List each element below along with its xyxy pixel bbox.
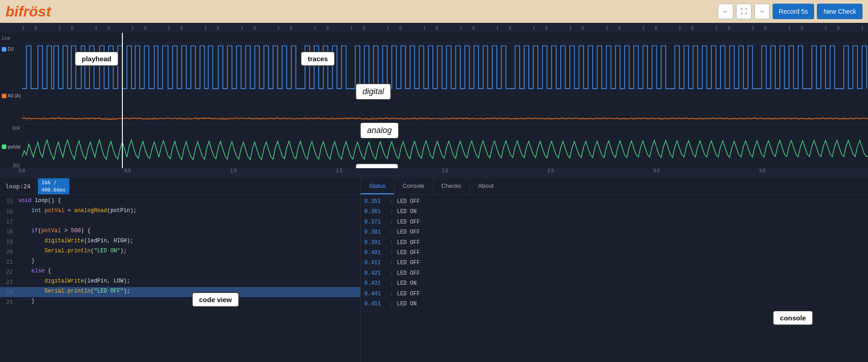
- console-time: 0.371: [364, 218, 386, 227]
- line-label-text: Line: [2, 36, 11, 41]
- logo: bifröst: [5, 3, 51, 20]
- back-button[interactable]: ←: [718, 4, 733, 19]
- console-msg: LED ON: [397, 299, 416, 309]
- line-number: 18: [0, 227, 16, 237]
- header-controls: ← ⛶ → Record 5s New Check: [718, 4, 863, 19]
- line-content: [16, 217, 360, 227]
- ruler: 16 16 16 16 16 16 16 16 16 16 16 16 16 1…: [0, 23, 868, 33]
- time-3.0: 3.0: [653, 168, 660, 173]
- line-channel-label: Line: [0, 33, 22, 43]
- console-sep: :: [390, 207, 393, 216]
- console-msg: LED OFF: [397, 269, 420, 278]
- tabs-bar: Status Console Checks About: [361, 178, 868, 195]
- right-panel: Status Console Checks About 0.351:LED OF…: [361, 178, 868, 362]
- line-number: 25: [0, 297, 16, 307]
- fullscreen-button[interactable]: ⛶: [736, 4, 752, 19]
- header: bifröst ← ⛶ → Record 5s New Check: [0, 0, 868, 23]
- potval-swatch: [2, 144, 6, 149]
- channel-labels: Line D3 A0 (A) 604 potVal 355: [0, 33, 22, 168]
- console-line: 0.391:LED OFF: [361, 238, 868, 248]
- code-badge: 166 / 400.66ms: [38, 178, 69, 194]
- forward-button[interactable]: →: [754, 4, 770, 19]
- line-content: if(potVal > 500) {: [16, 227, 360, 237]
- code-badge-line2: 400.66ms: [42, 186, 66, 193]
- code-line: 19 digitalWrite(ledPin, HIGH);: [0, 237, 360, 247]
- code-line: 25 }: [0, 297, 360, 307]
- console-body[interactable]: 0.351:LED OFF0.361:LED ON0.371:LED OFF0.…: [361, 195, 868, 362]
- line-content: digitalWrite(ledPin, HIGH);: [16, 237, 360, 247]
- code-body[interactable]: 15void loop() {16 int potVal = analogRea…: [0, 195, 360, 362]
- line-number: 24: [0, 287, 16, 297]
- d3-channel-label: D3: [0, 43, 22, 89]
- console-msg: LED OFF: [397, 197, 420, 206]
- console-sep: :: [390, 197, 393, 206]
- ruler-ticks: 16 16 16 16 16 16 16 16 16 16 16 16 16 1…: [22, 26, 868, 31]
- d3-label-text: D3: [8, 47, 14, 52]
- line-number: 20: [0, 247, 16, 257]
- waveform-area[interactable]: 16 16 16 16 16 16 16 16 16 16 16 16 16 1…: [0, 23, 868, 178]
- console-time: 0.401: [364, 248, 386, 257]
- console-time: 0.361: [364, 207, 386, 216]
- tab-checks[interactable]: Checks: [433, 178, 469, 194]
- code-panel: loop:24 166 / 400.66ms 15void loop() {16…: [0, 178, 361, 362]
- code-line: 24 Serial.println("LED OFF");: [0, 287, 360, 297]
- console-time: 0.351: [364, 197, 386, 206]
- waveform-svg: [22, 33, 868, 168]
- tab-console[interactable]: Console: [394, 178, 433, 194]
- console-sep: :: [390, 228, 393, 237]
- bottom-area: loop:24 166 / 400.66ms 15void loop() {16…: [0, 178, 868, 362]
- ruler-numbers: 16 16 16 16 16 16 16 16 16 16 16 16 16 1…: [22, 26, 868, 31]
- waveform-display[interactable]: playhead traces digital analog variable: [22, 33, 868, 168]
- a0-channel-label: A0 (A): [0, 90, 22, 124]
- time-0.0: 0.0: [19, 168, 25, 173]
- d3-swatch: [2, 47, 6, 52]
- console-msg: LED OFF: [397, 289, 420, 298]
- console-sep: :: [390, 299, 393, 309]
- line-number: 19: [0, 237, 16, 247]
- console-time: 0.441: [364, 289, 386, 298]
- line-number: 22: [0, 267, 16, 277]
- code-line: 16 int potVal = analogRead(potPin);: [0, 207, 360, 217]
- code-lines-container: 15void loop() {16 int potVal = analogRea…: [0, 197, 360, 307]
- console-line: 0.381:LED OFF: [361, 227, 868, 237]
- console-msg: LED OFF: [397, 228, 420, 237]
- tab-about[interactable]: About: [469, 178, 502, 194]
- code-header: loop:24 166 / 400.66ms: [0, 178, 360, 195]
- potval-lower-tick: 355: [2, 163, 20, 168]
- code-badge-line1: 166 /: [42, 179, 66, 186]
- line-content: }: [16, 297, 360, 307]
- tab-status[interactable]: Status: [361, 178, 394, 194]
- time-3.5: 3.5: [759, 168, 765, 173]
- potval-channel-label: 604 potVal 355: [0, 124, 22, 168]
- line-number: 21: [0, 257, 16, 267]
- line-number: 23: [0, 277, 16, 287]
- console-time: 0.421: [364, 269, 386, 278]
- console-sep: :: [390, 238, 393, 247]
- time-1.0: 1.0: [230, 168, 237, 173]
- code-line: 21 }: [0, 257, 360, 267]
- time-2.0: 2.0: [442, 168, 448, 173]
- potval-upper-tick: 604: [2, 126, 20, 131]
- line-content: void loop() {: [16, 197, 360, 207]
- console-sep: :: [390, 289, 393, 298]
- console-sep: :: [390, 258, 393, 267]
- time-axis: 0.0 0.5 1.0 1.5 2.0 2.5 3.0 3.5: [0, 168, 868, 178]
- line-content: digitalWrite(ledPin, LOW);: [16, 277, 360, 287]
- line-content: Serial.println("LED ON");: [16, 247, 360, 257]
- line-content: int potVal = analogRead(potPin);: [16, 207, 360, 217]
- line-number: 16: [0, 207, 16, 217]
- console-line: 0.431:LED ON: [361, 278, 868, 288]
- potval-label-text: potVal: [8, 144, 21, 149]
- console-time: 0.431: [364, 279, 386, 288]
- time-0.5: 0.5: [125, 168, 131, 173]
- code-line: 18 if(potVal > 500) {: [0, 227, 360, 237]
- line-number: 17: [0, 217, 16, 227]
- new-check-button[interactable]: New Check: [817, 4, 863, 19]
- code-line: 17: [0, 217, 360, 227]
- console-line: 0.371:LED OFF: [361, 217, 868, 227]
- record-button[interactable]: Record 5s: [773, 4, 815, 19]
- console-time: 0.381: [364, 228, 386, 237]
- console-msg: LED ON: [397, 207, 416, 216]
- console-sep: :: [390, 248, 393, 257]
- console-line: 0.361:LED ON: [361, 207, 868, 217]
